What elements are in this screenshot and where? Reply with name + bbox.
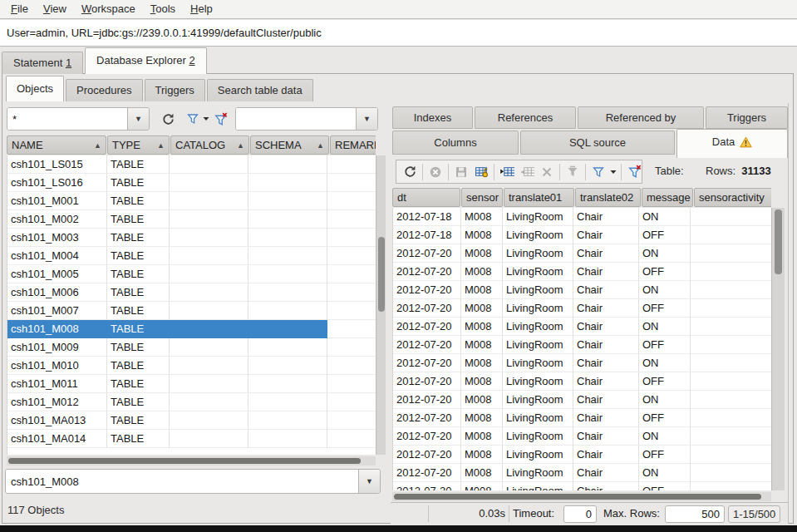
filter-icon[interactable] <box>184 110 202 128</box>
menu-workspace[interactable]: Workspace <box>74 0 143 18</box>
table-row[interactable]: csh101_M009TABLE <box>7 338 376 357</box>
table-row[interactable]: csh101_M006TABLE <box>7 283 376 302</box>
object-name-filter-input[interactable] <box>7 108 127 130</box>
table-row[interactable]: 2012-07-20M008LivingRoomChairON <box>393 281 771 299</box>
tab-references[interactable]: References <box>475 106 576 129</box>
refresh-icon[interactable] <box>400 164 420 180</box>
menu-tools[interactable]: Tools <box>143 0 183 18</box>
column-header-remarks[interactable]: REMARKS <box>330 135 376 155</box>
menu-file[interactable]: File <box>3 0 36 18</box>
caret-down-icon[interactable] <box>608 164 618 180</box>
data-horizontal-scrollbar[interactable] <box>392 492 771 501</box>
max-rows-input[interactable] <box>665 505 725 523</box>
table-row[interactable]: 2012-07-18M008LivingRoomChairOFF <box>393 226 771 244</box>
cell <box>170 393 248 411</box>
table-row[interactable]: 2012-07-20M008LivingRoomChairON <box>393 427 771 446</box>
table-row[interactable]: csh101_MA013TABLE <box>7 411 376 430</box>
timeout-input[interactable] <box>563 505 597 523</box>
data-vertical-scrollbar[interactable] <box>771 208 785 490</box>
update-table-icon[interactable] <box>471 164 491 180</box>
column-header-catalog[interactable]: CATALOG▲ <box>170 135 249 155</box>
table-row[interactable]: csh101_LS016TABLE <box>7 174 376 192</box>
tab-search-table-data[interactable]: Search table data <box>207 79 313 101</box>
table-row[interactable]: csh101_M003TABLE <box>7 229 376 247</box>
table-row[interactable]: csh101_LS015TABLE <box>7 155 376 174</box>
table-row[interactable]: csh101_M012TABLE <box>7 393 376 411</box>
scrollbar-thumb[interactable] <box>775 209 782 274</box>
table-row[interactable]: csh101_M010TABLE <box>7 357 376 375</box>
table-row[interactable]: csh101_M011TABLE <box>7 375 376 393</box>
column-header-schema[interactable]: SCHEMA▲ <box>250 135 329 155</box>
tab-database-explorer-2[interactable]: Database Explorer 2 <box>85 47 207 74</box>
tab-objects[interactable]: Objects <box>6 76 64 101</box>
table-row[interactable]: 2012-07-20M008LivingRoomChairON <box>393 354 771 372</box>
scrollbar-thumb[interactable] <box>394 494 761 500</box>
column-header-message[interactable]: message <box>642 188 693 207</box>
table-row[interactable]: 2012-07-20M008LivingRoomChairOFF <box>393 263 771 281</box>
table-row[interactable]: csh101_M001TABLE <box>7 192 376 210</box>
selected-table-input[interactable] <box>6 470 358 493</box>
selected-table-combo[interactable]: ▼ <box>5 469 381 494</box>
tab-procedures[interactable]: Procedures <box>66 79 142 101</box>
table-row[interactable]: 2012-07-20M008LivingRoomChairOFF <box>393 482 771 490</box>
menu-help[interactable]: Help <box>183 0 220 18</box>
remove-filter-icon[interactable] <box>624 164 642 180</box>
table-row[interactable]: csh101_MA014TABLE <box>7 430 376 448</box>
scrollbar-thumb[interactable] <box>378 237 385 312</box>
column-header-translate02[interactable]: translate02 <box>575 188 641 207</box>
tab-triggers[interactable]: Triggers <box>706 106 788 129</box>
cell: Chair <box>573 464 639 482</box>
save-icon[interactable] <box>451 164 471 180</box>
column-header-type[interactable]: TYPE▲ <box>107 135 170 155</box>
table-row[interactable]: 2012-07-20M008LivingRoomChairOFF <box>393 336 771 354</box>
cell: M008 <box>461 354 503 372</box>
table-row[interactable]: 2012-07-20M008LivingRoomChairON <box>393 244 771 263</box>
table-row[interactable]: 2012-07-20M008LivingRoomChairOFF <box>393 372 771 391</box>
table-row[interactable]: 2012-07-20M008LivingRoomChairOFF <box>393 446 771 464</box>
cell <box>170 320 248 338</box>
table-row[interactable]: csh101_M002TABLE <box>7 210 376 229</box>
insert-row-icon[interactable] <box>497 164 517 180</box>
column-header-translate01[interactable]: translate01 <box>504 188 574 207</box>
chevron-down-icon[interactable]: ▼ <box>358 470 380 493</box>
fetch-filter-icon[interactable] <box>563 164 583 180</box>
cell: 2012-07-20 <box>393 482 461 490</box>
table-row[interactable]: 2012-07-18M008LivingRoomChairON <box>393 208 771 226</box>
caret-down-icon[interactable] <box>200 110 212 128</box>
table-row[interactable]: csh101_M007TABLE <box>7 302 376 320</box>
table-row[interactable]: 2012-07-20M008LivingRoomChairON <box>393 391 771 409</box>
reload-objects-icon[interactable] <box>159 110 177 128</box>
table-row[interactable]: 2012-07-20M008LivingRoomChairON <box>393 318 771 336</box>
column-header-name[interactable]: NAME▲ <box>7 135 106 155</box>
tab-statement-1[interactable]: Statement 1 <box>2 52 83 74</box>
chevron-down-icon[interactable]: ▼ <box>127 108 149 130</box>
tab-referenced-by[interactable]: Referenced by <box>578 106 704 129</box>
table-row[interactable]: 2012-07-20M008LivingRoomChairOFF <box>393 299 771 318</box>
object-name-filter-combo[interactable]: ▼ <box>7 107 150 131</box>
table-row[interactable]: 2012-07-20M008LivingRoomChairOFF <box>393 409 771 427</box>
tab-data[interactable]: Data <box>676 129 788 158</box>
tab-columns[interactable]: Columns <box>392 131 519 155</box>
column-header-sensor[interactable]: sensor <box>461 188 503 207</box>
objects-horizontal-scrollbar[interactable] <box>7 456 376 466</box>
menu-view[interactable]: View <box>36 0 74 18</box>
objects-vertical-scrollbar[interactable] <box>376 155 386 455</box>
remove-filter-icon[interactable] <box>211 110 229 128</box>
table-row[interactable]: 2012-07-20M008LivingRoomChairON <box>393 464 771 482</box>
cancel-icon[interactable] <box>426 164 445 180</box>
table-row[interactable]: csh101_M005TABLE <box>7 265 376 283</box>
tab-sql-source[interactable]: SQL source <box>520 131 675 155</box>
object-text-filter-input[interactable] <box>236 108 356 130</box>
scrollbar-thumb[interactable] <box>8 458 361 464</box>
tab-indexes[interactable]: Indexes <box>392 106 473 129</box>
table-row[interactable]: csh101_M004TABLE <box>7 247 376 265</box>
delete-row-icon[interactable] <box>537 164 557 180</box>
filter-icon[interactable] <box>588 164 608 180</box>
object-text-filter-combo[interactable]: ▼ <box>235 107 378 131</box>
copy-row-icon[interactable] <box>517 164 537 180</box>
chevron-down-icon[interactable]: ▼ <box>356 108 377 130</box>
column-header-sensoractivity[interactable]: sensoractivity <box>694 188 771 207</box>
tab-triggers[interactable]: Triggers <box>145 79 205 101</box>
column-header-dt[interactable]: dt <box>392 188 460 207</box>
table-row-selected[interactable]: csh101_M008TABLE <box>7 320 376 338</box>
